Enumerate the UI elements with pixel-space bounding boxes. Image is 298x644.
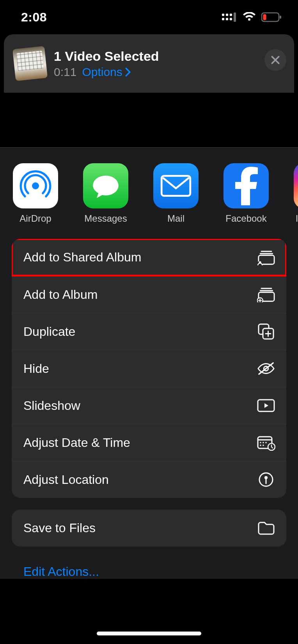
video-duration: 0:11 bbox=[54, 65, 76, 79]
svg-point-4 bbox=[226, 18, 228, 20]
header-texts: 1 Video Selected 0:11 Options bbox=[54, 49, 159, 79]
app-label: AirDrop bbox=[20, 213, 51, 224]
action-slideshow[interactable]: Slideshow bbox=[12, 387, 286, 424]
battery-low-icon bbox=[261, 12, 282, 22]
share-app-facebook[interactable]: Facebook bbox=[222, 163, 270, 224]
selection-title: 1 Video Selected bbox=[54, 49, 159, 64]
options-label: Options bbox=[82, 65, 122, 79]
mail-icon bbox=[153, 163, 199, 208]
action-save-to-files[interactable]: Save to Files bbox=[12, 510, 286, 547]
close-button[interactable] bbox=[264, 49, 286, 71]
svg-rect-15 bbox=[261, 251, 272, 252]
status-icons bbox=[222, 12, 282, 22]
home-indicator[interactable] bbox=[97, 632, 201, 635]
action-label: Add to Album bbox=[23, 288, 98, 302]
action-label: Adjust Date & Time bbox=[23, 436, 130, 450]
svg-rect-20 bbox=[261, 288, 272, 289]
app-label: Instagram bbox=[296, 213, 298, 224]
status-bar: 2:08 bbox=[0, 0, 298, 34]
svg-point-30 bbox=[263, 442, 264, 443]
action-label: Save to Files bbox=[23, 521, 96, 535]
action-add-to-shared-album[interactable]: Add to Shared Album bbox=[12, 239, 286, 276]
action-adjust-location[interactable]: Adjust Location bbox=[12, 461, 286, 498]
messages-icon bbox=[83, 163, 128, 208]
svg-point-33 bbox=[263, 445, 264, 446]
svg-rect-16 bbox=[260, 253, 273, 254]
location-pin-icon bbox=[257, 470, 275, 489]
duplicate-icon bbox=[257, 322, 275, 341]
facebook-icon bbox=[224, 163, 269, 208]
app-label: Facebook bbox=[225, 213, 266, 224]
hide-icon bbox=[257, 359, 275, 378]
action-duplicate[interactable]: Duplicate bbox=[12, 313, 286, 350]
action-label: Hide bbox=[23, 362, 49, 376]
spacer bbox=[0, 93, 298, 147]
share-sheet-body: AirDrop Messages Mail Facebook Instagram bbox=[0, 147, 298, 579]
actions-group-primary: Add to Shared Album Add to Album Duplica… bbox=[12, 239, 286, 498]
svg-point-1 bbox=[226, 14, 228, 16]
actions-group-secondary: Save to Files bbox=[12, 510, 286, 547]
svg-point-0 bbox=[222, 14, 224, 16]
app-label: Mail bbox=[167, 213, 184, 224]
cellular-icon bbox=[222, 12, 237, 22]
share-app-mail[interactable]: Mail bbox=[152, 163, 200, 224]
edit-actions-button[interactable]: Edit Actions... bbox=[0, 558, 298, 579]
action-label: Slideshow bbox=[23, 399, 80, 413]
app-label: Messages bbox=[84, 213, 127, 224]
share-apps-row[interactable]: AirDrop Messages Mail Facebook Instagram bbox=[0, 163, 298, 239]
chevron-right-icon bbox=[125, 67, 131, 77]
add-album-icon bbox=[257, 285, 275, 304]
slideshow-icon bbox=[257, 396, 275, 415]
selected-video-thumbnail[interactable] bbox=[12, 46, 48, 81]
calendar-clock-icon bbox=[257, 433, 275, 452]
svg-point-3 bbox=[222, 18, 224, 20]
action-add-to-album[interactable]: Add to Album bbox=[12, 276, 286, 313]
action-label: Add to Shared Album bbox=[23, 250, 141, 265]
action-hide[interactable]: Hide bbox=[12, 350, 286, 387]
share-app-messages[interactable]: Messages bbox=[82, 163, 129, 224]
svg-point-5 bbox=[230, 18, 232, 20]
instagram-icon bbox=[294, 163, 298, 208]
share-sheet-header: 1 Video Selected 0:11 Options bbox=[4, 34, 294, 93]
svg-point-2 bbox=[230, 14, 232, 16]
shared-album-icon bbox=[257, 248, 275, 267]
airdrop-icon bbox=[13, 163, 58, 208]
svg-point-31 bbox=[265, 442, 267, 443]
action-label: Adjust Location bbox=[23, 473, 109, 487]
svg-rect-21 bbox=[260, 290, 273, 291]
svg-rect-8 bbox=[280, 16, 281, 19]
share-app-airdrop[interactable]: AirDrop bbox=[12, 163, 59, 224]
status-time: 2:08 bbox=[21, 10, 47, 25]
svg-rect-11 bbox=[161, 176, 190, 196]
close-icon bbox=[270, 55, 280, 65]
svg-point-32 bbox=[260, 445, 261, 446]
svg-point-10 bbox=[32, 182, 39, 189]
wifi-icon bbox=[243, 12, 256, 22]
action-adjust-date-time[interactable]: Adjust Date & Time bbox=[12, 424, 286, 461]
svg-point-29 bbox=[260, 442, 261, 443]
action-label: Duplicate bbox=[23, 325, 75, 339]
folder-icon bbox=[257, 519, 275, 538]
options-button[interactable]: Options bbox=[82, 65, 131, 79]
svg-rect-9 bbox=[263, 14, 266, 20]
svg-rect-6 bbox=[234, 12, 236, 22]
share-app-instagram[interactable]: Instagram bbox=[293, 163, 298, 224]
